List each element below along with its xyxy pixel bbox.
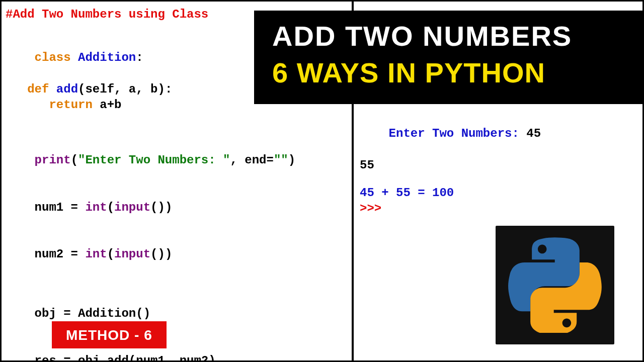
output-panel: Enter Two Numbers: 45 55 45 + 55 = 100 >…	[356, 107, 643, 219]
kw-return: return	[49, 98, 92, 112]
class-name: Addition	[71, 51, 136, 64]
num2-assign: num2 =	[35, 247, 86, 261]
code-comment: #Add Two Numbers using Class	[6, 8, 208, 21]
method-badge: METHOD - 6	[52, 321, 167, 348]
print1: print	[35, 153, 71, 167]
output-prompt: Enter Two Numbers:	[389, 127, 527, 140]
output-result: 45 + 55 = 100	[360, 186, 454, 200]
kw-def: def	[27, 82, 49, 96]
title-line1: ADD TWO NUMBERS	[272, 20, 630, 52]
title-banner: ADD TWO NUMBERS 6 WAYS IN PYTHON	[254, 11, 642, 104]
print1-str: "Enter Two Numbers: "	[78, 153, 230, 167]
python-logo	[496, 226, 614, 344]
obj-assign: obj =	[35, 307, 78, 320]
ret-expr: a+b	[93, 98, 122, 112]
res-assign: res = obj.add	[35, 354, 129, 362]
fn-params: (self, a, b):	[78, 82, 172, 96]
title-line2: 6 WAYS IN PYTHON	[272, 56, 630, 89]
output-input2: 55	[360, 158, 374, 172]
output-input1: 45	[526, 127, 541, 140]
fn-name: add	[49, 82, 78, 96]
kw-class: class	[35, 51, 71, 64]
repl-prompt: >>>	[360, 202, 389, 215]
python-icon	[507, 237, 603, 333]
num1-assign: num1 =	[35, 201, 86, 214]
